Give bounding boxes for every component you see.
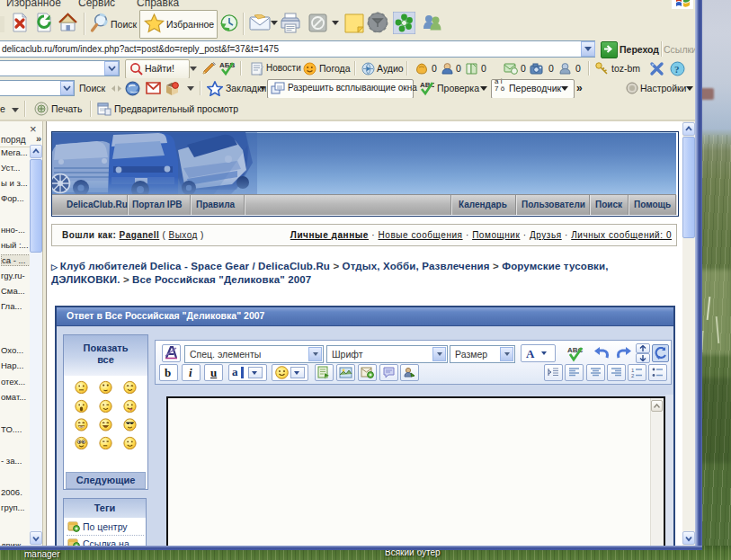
svg-text:1: 1: [631, 368, 635, 373]
svg-text:АБВ: АБВ: [219, 61, 236, 69]
svg-text:2: 2: [631, 373, 635, 378]
svg-text:?: ?: [674, 64, 680, 75]
